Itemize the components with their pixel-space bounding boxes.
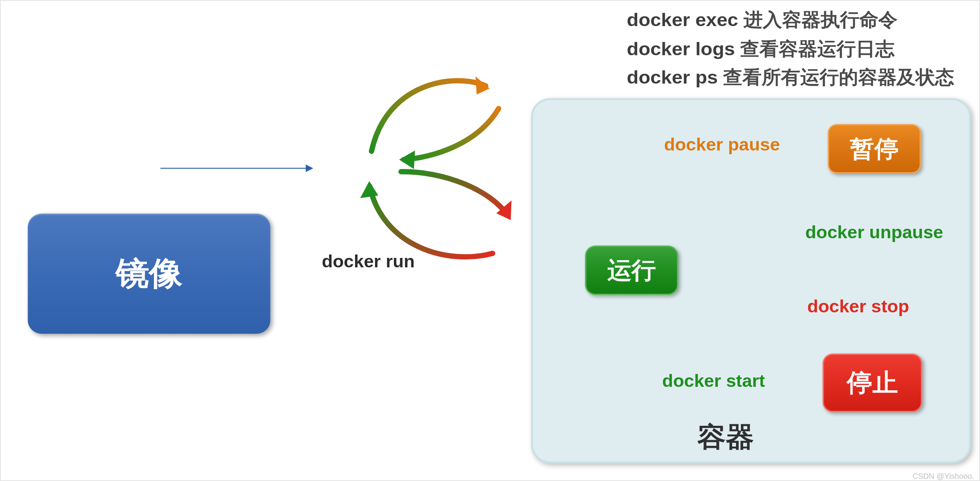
edge-start (360, 181, 493, 257)
edge-label-stop: docker stop (807, 297, 909, 316)
edge-unpause (399, 108, 499, 169)
note-logs-desc: 查看容器运行日志 (740, 38, 894, 59)
notes-block: docker exec 进入容器执行命令 docker logs 查看容器运行日… (627, 6, 955, 92)
container-label: 容器 (697, 419, 754, 455)
edge-label-unpause: docker unpause (805, 223, 943, 242)
node-image: 镜像 (28, 214, 270, 334)
note-logs: docker logs 查看容器运行日志 (627, 34, 955, 63)
note-exec-cmd: docker exec (627, 10, 738, 30)
node-stopped: 停止 (822, 354, 922, 412)
edge-stop (401, 172, 512, 220)
note-ps-cmd: docker ps (627, 67, 718, 87)
svg-marker-3 (360, 181, 379, 198)
note-ps: docker ps 查看所有运行的容器及状态 (627, 63, 955, 92)
svg-marker-0 (476, 76, 490, 95)
node-running: 运行 (585, 246, 678, 295)
edge-pause (372, 76, 490, 151)
note-exec-desc: 进入容器执行命令 (743, 10, 897, 30)
edge-label-run: docker run (322, 252, 415, 271)
svg-marker-1 (399, 151, 415, 169)
edge-label-start: docker start (662, 371, 765, 391)
note-logs-cmd: docker logs (627, 38, 735, 59)
edge-label-pause: docker pause (664, 135, 780, 155)
node-paused: 暂停 (828, 124, 921, 173)
note-ps-desc: 查看所有运行的容器及状态 (723, 67, 954, 87)
note-exec: docker exec 进入容器执行命令 (627, 6, 955, 34)
watermark: CSDN @Yishooo. (913, 472, 974, 481)
diagram-canvas: docker exec 进入容器执行命令 docker logs 查看容器运行日… (0, 0, 980, 481)
scale-wrapper: docker exec 进入容器执行命令 docker logs 查看容器运行日… (1, 1, 980, 481)
svg-marker-2 (496, 200, 512, 220)
